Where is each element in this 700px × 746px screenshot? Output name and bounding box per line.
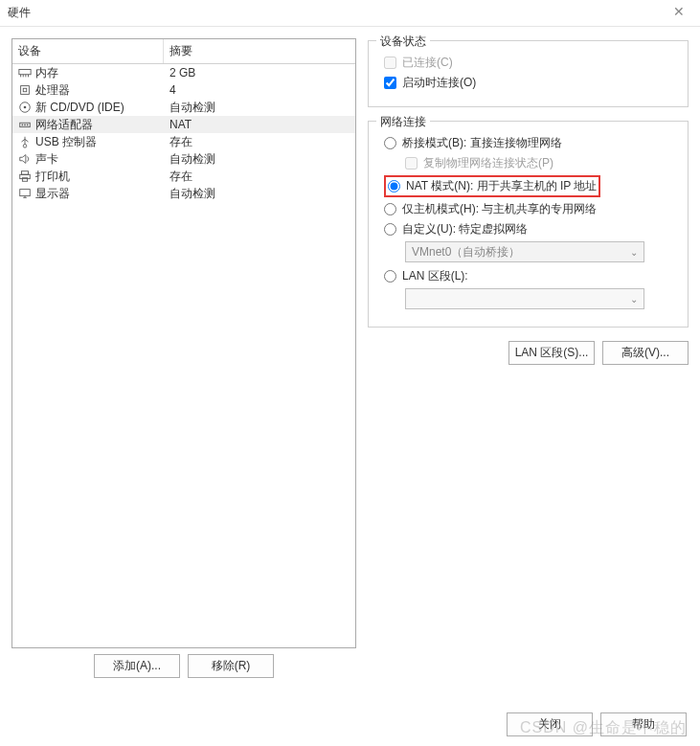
device-name: 新 CD/DVD (IDE) (35, 100, 124, 116)
device-summary: 自动检测 (164, 185, 355, 203)
titlebar: 硬件 ✕ (0, 0, 700, 27)
usb-icon (18, 135, 32, 148)
device-name: 显示器 (35, 186, 70, 202)
custom-label: 自定义(U): 特定虚拟网络 (402, 221, 528, 237)
connect-at-power-label: 启动时连接(O) (402, 75, 476, 91)
custom-radio-row[interactable]: 自定义(U): 特定虚拟网络 (378, 221, 678, 237)
device-status-legend: 设备状态 (376, 34, 430, 50)
left-buttons: 添加(A)... 移除(R) (11, 654, 356, 678)
connect-at-power-row[interactable]: 启动时连接(O) (378, 75, 678, 91)
svg-point-12 (27, 124, 29, 126)
svg-marker-17 (20, 155, 26, 164)
hostonly-radio[interactable] (384, 203, 396, 215)
device-row[interactable]: 显示器 自动检测 (12, 185, 355, 202)
hostonly-radio-row[interactable]: 仅主机模式(H): 与主机共享的专用网络 (378, 201, 678, 217)
nat-label: NAT 模式(N): 用于共享主机的 IP 地址 (406, 178, 597, 194)
svg-point-13 (23, 145, 27, 148)
device-row[interactable]: 网络适配器 NAT (12, 116, 355, 133)
bridged-radio-row[interactable]: 桥接模式(B): 直接连接物理网络 (378, 135, 678, 151)
svg-rect-5 (21, 86, 30, 95)
device-summary: 存在 (164, 133, 355, 151)
bridged-radio[interactable] (384, 137, 396, 149)
nat-radio-row[interactable]: NAT 模式(N): 用于共享主机的 IP 地址 (378, 175, 678, 197)
device-row[interactable]: 声卡 自动检测 (12, 150, 355, 168)
replicate-label: 复制物理网络连接状态(P) (423, 155, 553, 171)
bottom-buttons: 关闭 帮助 (507, 712, 687, 736)
memory-icon (18, 66, 32, 79)
connected-label: 已连接(C) (402, 55, 453, 71)
device-name: 内存 (35, 65, 58, 81)
svg-point-8 (24, 106, 27, 109)
nat-highlight: NAT 模式(N): 用于共享主机的 IP 地址 (384, 175, 600, 197)
device-name: 处理器 (35, 82, 70, 99)
device-summary: 自动检测 (164, 150, 355, 169)
device-row[interactable]: 内存 2 GB (12, 64, 355, 81)
device-name: 网络适配器 (35, 117, 93, 133)
device-row[interactable]: 处理器 4 (12, 81, 355, 99)
left-panel: 设备 摘要 内存 2 GB 处理器 4 新 CD/DVD (IDE) 自动检测 … (11, 38, 356, 678)
bridged-label: 桥接模式(B): 直接连接物理网络 (402, 135, 562, 151)
header-device[interactable]: 设备 (12, 39, 164, 63)
device-row[interactable]: 新 CD/DVD (IDE) 自动检测 (12, 99, 355, 116)
connected-checkbox (384, 57, 396, 69)
close-button[interactable]: 关闭 (507, 712, 593, 736)
replicate-checkbox (405, 157, 418, 170)
svg-line-15 (22, 139, 26, 142)
nat-radio[interactable] (388, 180, 400, 192)
device-status-group: 设备状态 已连接(C) 启动时连接(O) (368, 40, 689, 107)
disc-icon (18, 101, 32, 114)
device-summary: NAT (164, 117, 355, 132)
custom-network-value: VMnet0（自动桥接） (412, 244, 520, 260)
lanseg-select: ⌄ (405, 288, 644, 309)
svg-rect-0 (19, 70, 31, 75)
printer-icon (18, 170, 32, 183)
replicate-row: 复制物理网络连接状态(P) (378, 155, 678, 171)
device-name: 打印机 (35, 169, 70, 185)
remove-button[interactable]: 移除(R) (188, 654, 274, 678)
chevron-down-icon: ⌄ (630, 294, 638, 305)
lan-segment-button[interactable]: LAN 区段(S)... (508, 341, 595, 365)
lanseg-radio-row[interactable]: LAN 区段(L): (378, 268, 678, 284)
lanseg-label: LAN 区段(L): (402, 268, 468, 284)
network-connection-group: 网络连接 桥接模式(B): 直接连接物理网络 复制物理网络连接状态(P) NAT… (368, 121, 689, 328)
device-list: 设备 摘要 内存 2 GB 处理器 4 新 CD/DVD (IDE) 自动检测 … (11, 38, 356, 648)
advanced-button[interactable]: 高级(V)... (602, 341, 689, 365)
network-connection-legend: 网络连接 (376, 114, 430, 130)
net-icon (18, 118, 32, 131)
add-button[interactable]: 添加(A)... (94, 654, 180, 678)
connected-checkbox-row: 已连接(C) (378, 55, 678, 71)
cpu-icon (18, 83, 32, 97)
svg-rect-21 (20, 190, 31, 196)
header-summary[interactable]: 摘要 (164, 39, 355, 63)
device-name: USB 控制器 (35, 134, 97, 150)
lanseg-radio[interactable] (384, 270, 396, 283)
custom-network-select: VMnet0（自动桥接） ⌄ (405, 241, 644, 262)
chevron-down-icon: ⌄ (630, 247, 638, 258)
dialog-content: 设备 摘要 内存 2 GB 处理器 4 新 CD/DVD (IDE) 自动检测 … (0, 27, 700, 689)
svg-point-11 (24, 124, 26, 126)
window-title: 硬件 (8, 5, 31, 21)
svg-rect-18 (22, 171, 29, 175)
svg-point-10 (22, 124, 24, 126)
device-summary: 自动检测 (164, 99, 355, 117)
svg-line-16 (25, 139, 29, 142)
svg-rect-6 (23, 88, 27, 92)
device-row[interactable]: USB 控制器 存在 (12, 133, 355, 150)
device-summary: 2 GB (164, 65, 355, 80)
connect-at-power-checkbox[interactable] (384, 77, 396, 89)
device-row[interactable]: 打印机 存在 (12, 168, 355, 185)
custom-radio[interactable] (384, 223, 396, 236)
device-list-header: 设备 摘要 (12, 39, 355, 64)
device-name: 声卡 (35, 151, 58, 168)
display-icon (18, 187, 32, 200)
close-icon[interactable]: ✕ (667, 4, 690, 23)
sound-icon (18, 152, 32, 166)
right-buttons: LAN 区段(S)... 高级(V)... (368, 341, 689, 365)
hostonly-label: 仅主机模式(H): 与主机共享的专用网络 (402, 201, 597, 217)
right-panel: 设备状态 已连接(C) 启动时连接(O) 网络连接 桥接模式(B): 直接连接物… (368, 38, 689, 678)
device-summary: 4 (164, 82, 355, 98)
help-button[interactable]: 帮助 (600, 712, 687, 736)
device-summary: 存在 (164, 168, 355, 186)
